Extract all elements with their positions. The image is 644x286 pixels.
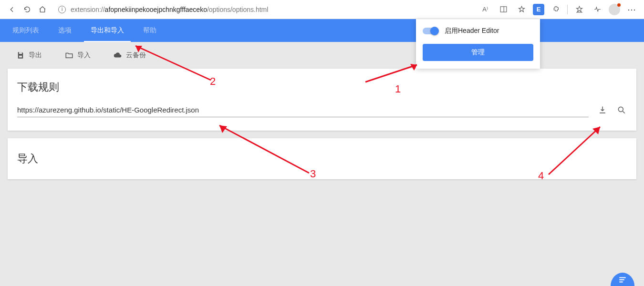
import-button[interactable]: 导入 [65,51,91,60]
svg-rect-3 [19,52,22,54]
svg-rect-0 [500,7,507,12]
profile-avatar[interactable] [609,4,620,15]
tab-help[interactable]: 帮助 [134,19,166,42]
svg-line-6 [623,112,625,113]
import-card: 导入 [8,138,636,179]
tab-options[interactable]: 选项 [49,19,81,42]
save-icon [16,51,25,60]
address-bar[interactable]: i extension://afopnekiinpekooejpchnkgfff… [53,4,473,15]
cloud-backup-button[interactable]: 云备份 [114,51,146,60]
download-url-input[interactable] [17,103,589,117]
folder-icon [65,51,73,60]
download-rules-title: 下载规则 [8,69,636,103]
search-icon[interactable] [616,105,627,115]
performance-icon[interactable] [591,3,604,16]
tab-export-import[interactable]: 导出和导入 [81,19,134,42]
list-icon [617,276,628,284]
cloud-label: 云备份 [126,51,146,60]
info-icon[interactable]: i [58,6,66,13]
extension-popup: 启用Header Editor 管理 [416,19,540,69]
export-button[interactable]: 导出 [16,51,42,60]
enable-toggle[interactable] [423,28,438,34]
download-rules-card: 下载规则 [8,69,636,131]
enable-label: 启用Header Editor [445,27,499,35]
svg-rect-4 [19,56,22,58]
import-label: 导入 [77,51,91,60]
tab-rule-list[interactable]: 规则列表 [3,19,49,42]
url-text: extension://afopnekiinpekooejpchnkgfffae… [71,6,268,13]
download-icon[interactable] [597,105,608,115]
favorite-icon[interactable] [515,3,528,16]
browser-toolbar: i extension://afopnekiinpekooejpchnkgfff… [0,0,644,19]
import-card-title: 导入 [8,138,636,179]
sidebar-icon[interactable] [497,3,510,16]
fab-menu[interactable] [611,273,634,286]
export-label: 导出 [29,51,42,60]
back-icon[interactable] [8,5,16,14]
home-icon[interactable] [38,5,47,14]
header-editor-extension-icon[interactable]: E [533,4,544,15]
more-icon[interactable]: ⋯ [625,3,638,16]
tab-bar: 规则列表 选项 导出和导入 帮助 [0,19,644,42]
cloud-icon [114,51,122,60]
refresh-icon[interactable] [23,5,31,14]
read-aloud-icon[interactable]: A⁾ [478,3,492,16]
divider [567,5,568,14]
manage-button[interactable]: 管理 [423,44,533,61]
action-toolbar: 导出 导入 云备份 [0,42,644,69]
svg-point-5 [618,107,623,112]
extensions-icon[interactable] [549,3,562,16]
favorites-bar-icon[interactable] [572,3,586,16]
